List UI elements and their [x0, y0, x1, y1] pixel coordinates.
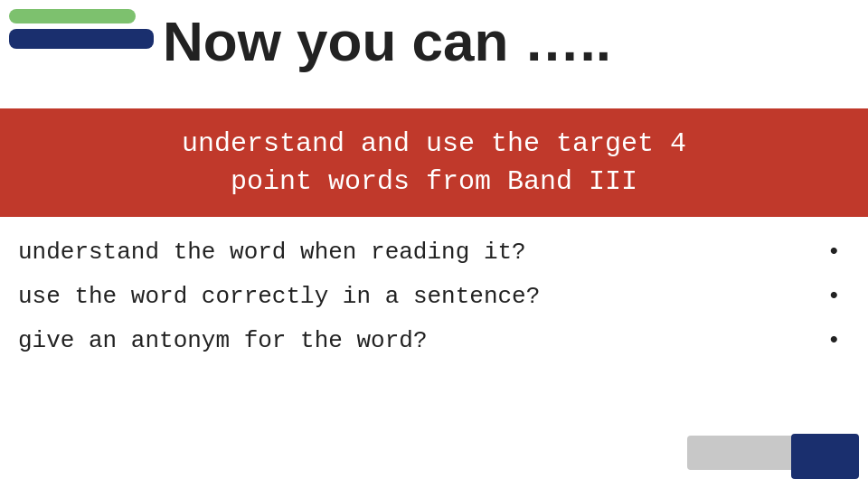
- content-area: understand the word when reading it? • u…: [0, 217, 868, 377]
- content-line3a: give an antonym for the wo: [18, 327, 385, 354]
- red-banner-line1: understand and use the target 4: [18, 125, 850, 163]
- content-line1a: understand the word when reading: [18, 239, 484, 266]
- content-line2a: use the word correctly in a: [18, 283, 413, 310]
- content-line2b: sentence?: [413, 283, 540, 310]
- bullet2: •: [826, 279, 841, 314]
- deco-bottom-right: [723, 434, 868, 488]
- bullet3: •: [826, 324, 841, 359]
- green-bar: [9, 9, 136, 23]
- content-line3b: rd?: [385, 327, 428, 354]
- gray-rect: [687, 436, 796, 470]
- dark-blue-rect: [791, 434, 859, 479]
- red-banner: understand and use the target 4 point wo…: [0, 108, 868, 217]
- decorative-bars: [9, 9, 154, 49]
- bullet1: •: [826, 235, 841, 270]
- red-banner-line2: point words from Band III: [18, 163, 850, 201]
- page-title: Now you can …..: [163, 9, 611, 73]
- dark-blue-bar: [9, 29, 154, 49]
- content-line1b: it?: [484, 239, 526, 266]
